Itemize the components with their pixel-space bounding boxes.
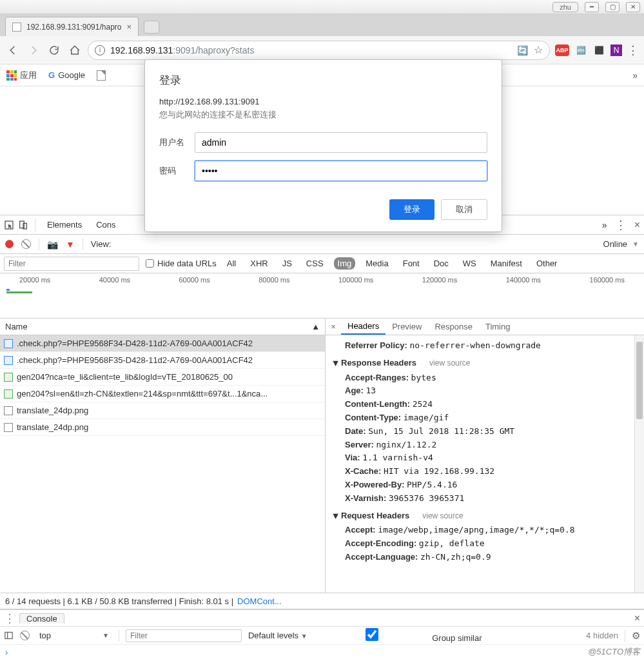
filter-type-all[interactable]: All (223, 257, 240, 270)
clear-console-icon[interactable] (20, 631, 30, 640)
view-source-link[interactable]: view source (429, 359, 470, 368)
site-info-icon[interactable]: i (95, 45, 105, 55)
request-row[interactable]: .check.php?=PHPE9568F35-D428-11d2-A769-0… (0, 352, 325, 369)
devtools-menu-icon[interactable]: ⋮ (615, 218, 627, 232)
devtools-overflow-icon[interactable]: » (602, 220, 607, 230)
domcontent-link[interactable]: DOMCont... (237, 596, 282, 606)
new-tab-button[interactable] (144, 21, 159, 34)
request-row[interactable]: gen204?nca=te_li&client=te_lib&logId=vTE… (0, 369, 325, 386)
context-select[interactable]: top▼ (36, 630, 112, 641)
throttling-select[interactable]: Online▼ (603, 239, 639, 249)
record-button[interactable] (5, 240, 14, 248)
log-levels-select[interactable]: Default levels ▼ (248, 631, 307, 640)
filter-type-xhr[interactable]: XHR (246, 257, 271, 270)
filter-type-img[interactable]: Img (334, 257, 356, 270)
browser-tab[interactable]: 192.168.99.131:9091/hapro × (5, 17, 139, 36)
image-icon (4, 356, 13, 365)
screenshot-icon[interactable]: 📷 (47, 239, 58, 250)
doc-icon (4, 389, 13, 398)
image-icon (4, 339, 13, 348)
request-row[interactable]: translate_24dp.png (0, 419, 325, 436)
bookmark-google[interactable]: GGoogle (48, 70, 85, 80)
translate-icon[interactable]: 🔄 (516, 44, 529, 57)
close-window-button[interactable]: ✕ (626, 2, 640, 12)
onenote-extension-icon[interactable]: N (610, 44, 622, 56)
scrollbar[interactable] (634, 335, 644, 593)
maximize-button[interactable]: ▢ (605, 2, 620, 12)
page-icon (97, 70, 106, 81)
filter-type-css[interactable]: CSS (302, 257, 327, 270)
tab-console-truncated[interactable]: Cons (91, 215, 121, 234)
tab-title: 192.168.99.131:9091/hapro (26, 23, 121, 32)
filter-type-other[interactable]: Other (532, 257, 561, 270)
bookmarks-overflow-icon[interactable]: » (632, 70, 638, 81)
dialog-warning: 您与此网站的连接不是私密连接 (159, 109, 487, 121)
network-request-list: Name ▲ .check.php?=PHPE9568F34-D428-11d2… (0, 319, 326, 593)
svg-rect-3 (5, 633, 12, 639)
minimize-button[interactable]: ━ (585, 2, 599, 12)
dialog-origin: http://192.168.99.131:9091 (159, 97, 487, 106)
close-tab-icon[interactable]: × (126, 22, 132, 32)
console-sidebar-icon[interactable] (4, 631, 14, 640)
filter-type-js[interactable]: JS (278, 257, 296, 270)
username-label: 用户名 (159, 137, 195, 148)
filter-toggle-icon[interactable]: ▼ (66, 239, 75, 250)
inspect-icon[interactable] (4, 220, 14, 230)
devtools-close-icon[interactable]: × (634, 219, 640, 231)
star-icon[interactable]: ☆ (534, 44, 543, 56)
group-similar-checkbox[interactable]: Group similar (314, 628, 482, 643)
view-source-link[interactable]: view source (422, 511, 463, 520)
password-input[interactable] (195, 161, 487, 181)
filter-type-font[interactable]: Font (399, 257, 424, 270)
filter-type-manifest[interactable]: Manifest (487, 257, 526, 270)
network-timeline[interactable]: 20000 ms 40000 ms 60000 ms 80000 ms 1000… (0, 273, 644, 319)
google-translate-extension-icon[interactable]: 🔤 (574, 44, 587, 57)
filter-type-ws[interactable]: WS (459, 257, 480, 270)
username-input[interactable] (195, 132, 487, 153)
filter-type-media[interactable]: Media (362, 257, 392, 270)
apps-icon (6, 70, 17, 81)
tab-timing[interactable]: Timing (479, 319, 517, 335)
filter-type-doc[interactable]: Doc (430, 257, 453, 270)
http-auth-dialog: 登录 http://192.168.99.131:9091 您与此网站的连接不是… (144, 59, 502, 232)
tab-response[interactable]: Response (428, 319, 479, 335)
filter-input[interactable] (4, 257, 139, 271)
bookmark-item[interactable] (97, 70, 106, 81)
tab-favicon (12, 23, 21, 32)
console-filter-input[interactable] (126, 629, 242, 642)
reload-button[interactable] (46, 43, 62, 58)
drawer-tab-console[interactable]: Console (19, 613, 64, 624)
tab-preview[interactable]: Preview (385, 319, 428, 335)
address-bar[interactable]: i 192.168.99.131:9091/haproxy?stats 🔄 ☆ (88, 41, 550, 60)
abp-extension-icon[interactable]: ABP (555, 44, 569, 56)
network-detail-pane: × Headers Preview Response Timing Referr… (326, 319, 644, 593)
network-filter-bar: Hide data URLs All XHR JS CSS Img Media … (0, 254, 644, 273)
request-row[interactable]: translate_24dp.png (0, 402, 325, 419)
extension-icon[interactable]: ⬛ (592, 44, 605, 57)
cancel-button[interactable]: 取消 (441, 199, 487, 220)
tab-headers[interactable]: Headers (341, 319, 385, 335)
window-titlebar: zhu ━ ▢ ✕ (0, 0, 644, 14)
device-toggle-icon[interactable] (18, 220, 28, 230)
drawer-close-icon[interactable]: × (634, 613, 640, 624)
devtools-panel: Elements Cons » ⋮ × 📷 ▼ View: Online▼ Hi… (0, 215, 644, 659)
browser-tab-strip: 192.168.99.131:9091/hapro × (0, 14, 644, 36)
hidden-count[interactable]: 4 hidden (586, 631, 618, 640)
request-row[interactable]: gen204?sl=en&tl=zh-CN&textlen=214&sp=nmt… (0, 386, 325, 402)
login-button[interactable]: 登录 (389, 199, 434, 220)
clear-button[interactable] (21, 239, 31, 249)
tab-elements[interactable]: Elements (42, 215, 87, 234)
console-settings-icon[interactable]: ⚙ (632, 630, 640, 642)
apps-button[interactable]: 应用 (6, 70, 37, 81)
home-button[interactable] (67, 43, 83, 58)
console-drawer: ⋮ Console × top▼ Default levels ▼ Group … (0, 609, 644, 659)
hide-data-urls-checkbox[interactable]: Hide data URLs (146, 259, 217, 268)
console-prompt[interactable]: › (0, 645, 644, 659)
image-icon (4, 423, 13, 432)
browser-menu-icon[interactable]: ⋮ (627, 43, 639, 57)
back-button[interactable] (5, 43, 21, 58)
drawer-menu-icon[interactable]: ⋮ (4, 611, 15, 625)
request-row[interactable]: .check.php?=PHPE9568F34-D428-11d2-A769-0… (0, 335, 325, 352)
name-column-header[interactable]: Name ▲ (0, 319, 325, 335)
close-detail-icon[interactable]: × (326, 322, 341, 331)
